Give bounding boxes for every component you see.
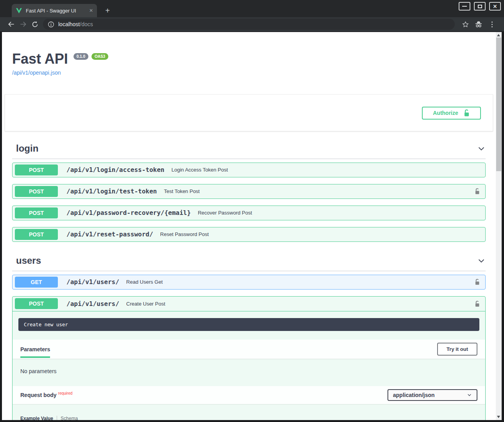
maximize-icon <box>478 5 482 8</box>
no-parameters-text: No parameters <box>13 359 485 386</box>
method-badge: POST <box>15 186 58 197</box>
browser-menu-icon[interactable] <box>485 21 499 27</box>
method-badge: POST <box>15 207 58 218</box>
scheme-container: Authorize <box>5 94 493 131</box>
bookmark-star-icon[interactable] <box>459 21 472 28</box>
authorize-label: Authorize <box>433 110 458 116</box>
browser-toolbar: localhost/docs <box>0 17 504 31</box>
authorize-button[interactable]: Authorize <box>422 107 481 120</box>
browser-window: Fast API - Swagger UI ✕ + ✕ localhost/do… <box>0 0 504 422</box>
operation-summary: Recover Password Post <box>198 210 252 216</box>
auth-padlock-icon[interactable] <box>474 188 481 195</box>
maximize-button[interactable] <box>474 2 486 11</box>
site-info-icon[interactable] <box>48 21 54 28</box>
operation-row[interactable]: GET /api/v1/users/ Read Users Get <box>12 275 486 290</box>
chevron-down-icon <box>467 392 472 397</box>
operation-path: /api/v1/users/ <box>66 300 119 308</box>
operation-summary: Create User Post <box>126 301 165 307</box>
media-type-value: application/json <box>393 392 435 398</box>
required-badge: required <box>58 391 73 395</box>
forward-button[interactable] <box>17 20 29 28</box>
browser-tab[interactable]: Fast API - Swagger UI ✕ <box>12 4 97 17</box>
minimize-icon <box>462 6 467 7</box>
operation-summary: Login Access Token Post <box>171 167 228 173</box>
new-tab-button[interactable]: + <box>102 5 113 16</box>
incognito-icon <box>472 20 485 28</box>
example-area: Example Value Schema { <box>13 404 485 420</box>
address-bar[interactable]: localhost/docs <box>43 19 455 30</box>
page-scrollbar[interactable] <box>496 32 502 420</box>
swagger-page: Fast API 0.1.0 OAS3 /api/v1/openapi.json… <box>2 32 496 420</box>
scroll-up-icon[interactable] <box>497 34 500 36</box>
request-body-header: Request bodyrequired application/json <box>13 386 485 404</box>
api-info: Fast API 0.1.0 OAS3 /api/v1/openapi.json <box>12 52 486 76</box>
browser-titlebar: Fast API - Swagger UI ✕ + ✕ <box>0 0 504 17</box>
fastapi-favicon-icon <box>16 8 22 14</box>
operation-path: /api/v1/login/test-token <box>66 188 157 195</box>
request-body-label: Request body <box>20 392 57 398</box>
operation-summary: Reset Password Post <box>160 231 209 237</box>
openapi-spec-link[interactable]: /api/v1/openapi.json <box>12 70 61 76</box>
scroll-down-icon[interactable] <box>497 416 500 418</box>
minimize-button[interactable] <box>459 2 470 11</box>
operation-description: Create new user <box>18 318 479 331</box>
operation-summary: Test Token Post <box>164 188 200 194</box>
parameters-tab[interactable]: Parameters <box>20 343 50 358</box>
close-button[interactable]: ✕ <box>489 2 501 11</box>
operation-expanded: POST /api/v1/users/ Create User Post Cre… <box>12 296 486 420</box>
operation-row[interactable]: POST /api/v1/login/test-token Test Token… <box>12 184 486 199</box>
media-type-select[interactable]: application/json <box>387 389 477 401</box>
section-title: login <box>16 143 38 154</box>
tab-close-icon[interactable]: ✕ <box>89 8 93 13</box>
back-button[interactable] <box>5 20 17 28</box>
method-badge: POST <box>15 229 58 240</box>
page-title: Fast API <box>12 52 68 66</box>
tab-title: Fast API - Swagger UI <box>26 8 87 14</box>
scrollbar-thumb[interactable] <box>496 38 501 171</box>
auth-padlock-icon[interactable] <box>474 300 481 308</box>
url-text: localhost/docs <box>58 21 93 27</box>
oas3-badge: OAS3 <box>91 53 108 60</box>
section-title: users <box>16 255 41 266</box>
operation-row[interactable]: POST /api/v1/users/ Create User Post <box>13 297 485 311</box>
operation-path: /api/v1/login/access-token <box>66 166 164 173</box>
try-it-out-button[interactable]: Try it out <box>437 343 477 356</box>
tab-divider <box>57 416 57 420</box>
operation-path: /api/v1/password-recovery/{email} <box>66 209 191 216</box>
section-users-header[interactable]: users <box>12 251 486 271</box>
version-badge: 0.1.0 <box>74 53 88 60</box>
method-badge: POST <box>15 298 58 309</box>
chevron-down-icon[interactable] <box>477 256 486 265</box>
chevron-down-icon[interactable] <box>477 144 486 153</box>
parameters-header: Parameters Try it out <box>13 340 485 359</box>
section-login-header[interactable]: login <box>12 139 486 159</box>
operation-row[interactable]: POST /api/v1/password-recovery/{email} R… <box>12 206 486 220</box>
section-login: login POST /api/v1/login/access-token Lo… <box>12 139 486 242</box>
example-value-tab[interactable]: Example Value <box>20 416 53 420</box>
method-badge: POST <box>15 165 58 175</box>
schema-tab[interactable]: Schema <box>61 416 78 420</box>
operation-path: /api/v1/reset-password/ <box>66 231 153 238</box>
method-badge: GET <box>15 277 58 288</box>
unlocked-padlock-icon <box>463 109 470 117</box>
operation-row[interactable]: POST /api/v1/reset-password/ Reset Passw… <box>12 227 486 242</box>
operation-path: /api/v1/users/ <box>66 278 119 286</box>
window-controls: ✕ <box>459 2 501 11</box>
auth-padlock-icon[interactable] <box>474 278 481 286</box>
operation-row[interactable]: POST /api/v1/login/access-token Login Ac… <box>12 163 486 177</box>
section-users: users GET /api/v1/users/ Read Users Get <box>12 251 486 420</box>
reload-button[interactable] <box>29 21 41 28</box>
operation-summary: Read Users Get <box>126 279 163 285</box>
